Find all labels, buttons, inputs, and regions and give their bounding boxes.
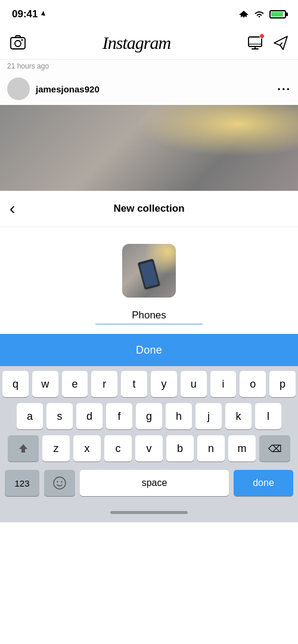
svg-point-6 — [61, 481, 62, 482]
instagram-header: Instagram — [0, 26, 298, 60]
svg-rect-0 — [11, 38, 25, 49]
emoji-key[interactable] — [44, 470, 75, 496]
username: jamesjonas920 — [36, 84, 100, 94]
battery-fill — [271, 12, 283, 17]
delete-key[interactable]: ⌫ — [259, 435, 290, 462]
key-s[interactable]: s — [46, 403, 73, 429]
home-bar — [110, 511, 188, 514]
shift-icon — [17, 442, 29, 454]
key-r[interactable]: r — [91, 371, 117, 397]
key-b[interactable]: b — [166, 435, 194, 462]
notification-dot — [259, 33, 265, 39]
new-collection-panel: ‹ New collection — [0, 191, 298, 334]
key-a[interactable]: a — [17, 403, 43, 429]
wifi-icon — [254, 10, 265, 18]
post-image — [0, 105, 298, 191]
key-i[interactable]: i — [210, 371, 237, 397]
battery-icon — [269, 10, 286, 18]
direct-icon[interactable] — [273, 35, 288, 51]
done-label: Done — [136, 344, 162, 357]
key-z[interactable]: z — [42, 435, 70, 462]
key-j[interactable]: j — [195, 403, 222, 429]
key-p[interactable]: p — [269, 371, 296, 397]
key-g[interactable]: g — [136, 403, 162, 429]
camera-icon[interactable] — [10, 35, 26, 51]
airplane-icon — [238, 10, 249, 18]
header-icons — [247, 35, 288, 51]
key-h[interactable]: h — [166, 403, 192, 429]
more-options[interactable]: ··· — [277, 82, 291, 96]
svg-point-5 — [57, 481, 58, 482]
keyboard-row-1: q w e r t y u i o p — [2, 371, 296, 397]
key-o[interactable]: o — [240, 371, 266, 397]
numbers-key[interactable]: 123 — [5, 470, 39, 496]
post-header: jamesjonas920 ··· — [0, 73, 298, 105]
key-m[interactable]: m — [228, 435, 256, 462]
notification-icon-wrapper[interactable] — [247, 35, 263, 51]
time-display: 09:41 — [12, 8, 38, 20]
key-t[interactable]: t — [121, 371, 147, 397]
key-u[interactable]: u — [181, 371, 207, 397]
space-key[interactable]: space — [80, 470, 229, 496]
done-button[interactable]: Done — [0, 334, 298, 366]
post-image-texture — [0, 105, 298, 191]
key-x[interactable]: x — [73, 435, 101, 462]
svg-point-2 — [21, 39, 23, 41]
key-d[interactable]: d — [76, 403, 103, 429]
collection-thumbnail — [122, 244, 176, 298]
svg-point-1 — [15, 41, 21, 47]
panel-title: New collection — [113, 203, 184, 215]
status-time: 09:41 — [12, 8, 47, 20]
keyboard-row-3: z x c v b n m ⌫ — [2, 435, 296, 462]
keyboard-bottom-row: 123 space done — [2, 467, 296, 500]
done-key[interactable]: done — [234, 470, 293, 496]
key-w[interactable]: w — [32, 371, 58, 397]
collection-name-input[interactable] — [95, 307, 203, 324]
status-icons — [238, 10, 286, 18]
key-f[interactable]: f — [106, 403, 132, 429]
keyboard-row-2: a s d f g h j k l — [2, 403, 296, 429]
key-n[interactable]: n — [197, 435, 225, 462]
instagram-logo: Instagram — [103, 33, 170, 53]
key-e[interactable]: e — [62, 371, 88, 397]
shift-key[interactable] — [8, 435, 39, 462]
post-user: jamesjonas920 — [7, 78, 100, 100]
user-avatar — [7, 78, 30, 100]
post-area: 21 hours ago jamesjonas920 ··· — [0, 60, 298, 191]
collection-body — [0, 227, 298, 334]
back-button[interactable]: ‹ — [10, 199, 15, 218]
location-arrow-icon — [40, 11, 47, 18]
panel-header: ‹ New collection — [0, 191, 298, 227]
status-bar: 09:41 — [0, 0, 298, 26]
svg-point-4 — [54, 477, 66, 489]
key-v[interactable]: v — [135, 435, 163, 462]
key-q[interactable]: q — [2, 371, 29, 397]
key-c[interactable]: c — [104, 435, 132, 462]
home-indicator — [0, 502, 298, 522]
keyboard: q w e r t y u i o p a s d f g h j k l z … — [0, 366, 298, 502]
post-time: 21 hours ago — [0, 60, 298, 73]
key-y[interactable]: y — [151, 371, 177, 397]
key-k[interactable]: k — [225, 403, 252, 429]
key-l[interactable]: l — [255, 403, 281, 429]
emoji-icon — [52, 476, 67, 490]
